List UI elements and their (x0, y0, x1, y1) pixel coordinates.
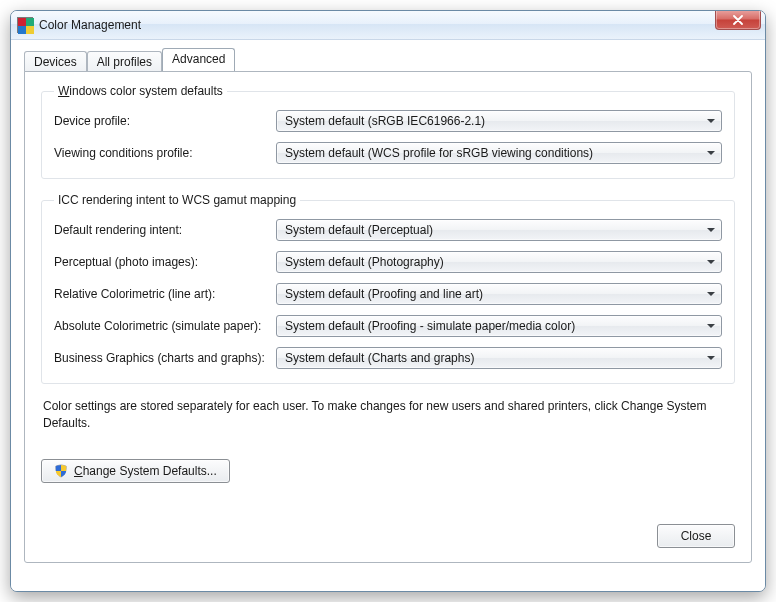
combo-business-graphics-value: System default (Charts and graphs) (285, 351, 474, 365)
combo-absolute-colorimetric-value: System default (Proofing - simulate pape… (285, 319, 575, 333)
combo-device-profile-value: System default (sRGB IEC61966-2.1) (285, 114, 485, 128)
combo-perceptual[interactable]: System default (Photography) (276, 251, 722, 273)
combo-viewing-conditions[interactable]: System default (WCS profile for sRGB vie… (276, 142, 722, 164)
label-default-rendering-intent: Default rendering intent: (54, 223, 276, 237)
row-perceptual: Perceptual (photo images): System defaul… (54, 251, 722, 273)
dialog-footer: Close (657, 524, 735, 548)
chevron-down-icon (707, 356, 715, 360)
label-relative-colorimetric: Relative Colorimetric (line art): (54, 287, 276, 301)
client-area: Devices All profiles Advanced Windows co… (11, 40, 765, 591)
uac-shield-icon (54, 464, 68, 478)
info-text: Color settings are stored separately for… (43, 398, 733, 433)
chevron-down-icon (707, 324, 715, 328)
dialog-window: Color Management Devices All profiles Ad… (10, 10, 766, 592)
row-viewing-conditions: Viewing conditions profile: System defau… (54, 142, 722, 164)
label-device-profile: Device profile: (54, 114, 276, 128)
combo-default-rendering-intent-value: System default (Perceptual) (285, 223, 433, 237)
row-default-rendering-intent: Default rendering intent: System default… (54, 219, 722, 241)
window-title: Color Management (39, 18, 141, 32)
combo-perceptual-value: System default (Photography) (285, 255, 444, 269)
window-close-button[interactable] (715, 10, 761, 30)
label-viewing-conditions: Viewing conditions profile: (54, 146, 276, 160)
group-wcs-defaults-legend: Windows color system defaults (54, 84, 227, 98)
combo-relative-colorimetric[interactable]: System default (Proofing and line art) (276, 283, 722, 305)
label-absolute-colorimetric: Absolute Colorimetric (simulate paper): (54, 319, 276, 333)
row-device-profile: Device profile: System default (sRGB IEC… (54, 110, 722, 132)
change-system-defaults-label: Change System Defaults... (74, 464, 217, 478)
row-relative-colorimetric: Relative Colorimetric (line art): System… (54, 283, 722, 305)
group-icc-mapping-legend: ICC rendering intent to WCS gamut mappin… (54, 193, 300, 207)
chevron-down-icon (707, 228, 715, 232)
group-icc-mapping: ICC rendering intent to WCS gamut mappin… (41, 193, 735, 384)
label-perceptual: Perceptual (photo images): (54, 255, 276, 269)
chevron-down-icon (707, 119, 715, 123)
titlebar[interactable]: Color Management (11, 11, 765, 40)
combo-device-profile[interactable]: System default (sRGB IEC61966-2.1) (276, 110, 722, 132)
tab-panel-advanced: Windows color system defaults Device pro… (24, 71, 752, 563)
combo-business-graphics[interactable]: System default (Charts and graphs) (276, 347, 722, 369)
chevron-down-icon (707, 260, 715, 264)
label-business-graphics: Business Graphics (charts and graphs): (54, 351, 276, 365)
change-system-defaults-button[interactable]: Change System Defaults... (41, 459, 230, 483)
tab-advanced[interactable]: Advanced (162, 48, 235, 71)
combo-relative-colorimetric-value: System default (Proofing and line art) (285, 287, 483, 301)
row-business-graphics: Business Graphics (charts and graphs): S… (54, 347, 722, 369)
app-icon (17, 17, 33, 33)
row-absolute-colorimetric: Absolute Colorimetric (simulate paper): … (54, 315, 722, 337)
chevron-down-icon (707, 292, 715, 296)
close-icon (733, 15, 743, 25)
tab-strip: Devices All profiles Advanced (24, 49, 752, 71)
combo-absolute-colorimetric[interactable]: System default (Proofing - simulate pape… (276, 315, 722, 337)
chevron-down-icon (707, 151, 715, 155)
close-button[interactable]: Close (657, 524, 735, 548)
tab-devices[interactable]: Devices (24, 51, 87, 72)
combo-viewing-conditions-value: System default (WCS profile for sRGB vie… (285, 146, 593, 160)
combo-default-rendering-intent[interactable]: System default (Perceptual) (276, 219, 722, 241)
close-button-label: Close (681, 529, 712, 543)
group-wcs-defaults: Windows color system defaults Device pro… (41, 84, 735, 179)
tab-all-profiles[interactable]: All profiles (87, 51, 162, 72)
